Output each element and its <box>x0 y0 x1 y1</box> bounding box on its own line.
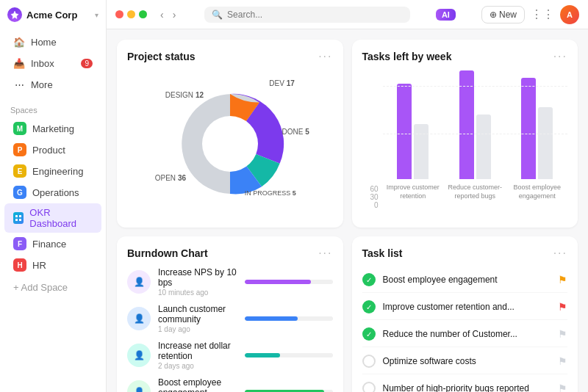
task-name-2: Improve customer retention and... <box>383 302 551 312</box>
grid-line-60 <box>383 86 568 87</box>
bar-gray-1 <box>414 124 429 179</box>
bar-group-3: Boost employeeengagement <box>510 78 565 200</box>
burndown-bar-2 <box>245 316 333 321</box>
task-item-2: ✓ Improve customer retention and... ⚑ <box>362 294 568 320</box>
burndown-item-2: 👤 Launch customer community 1 day ago <box>127 304 333 333</box>
burndown-item-4: 👤 Boost employee engagement 5 days ago <box>127 377 333 392</box>
search-input[interactable] <box>227 10 403 20</box>
space-finance-label: Finance <box>32 239 66 250</box>
task-name-3: Reduce the number of Customer... <box>383 329 551 339</box>
burndown-more[interactable]: ··· <box>318 247 332 260</box>
space-engineering-label: Engineering <box>32 166 83 177</box>
apps-icon[interactable]: ⋮⋮ <box>531 7 554 21</box>
nav-inbox[interactable]: 📥 Inbox 9 <box>4 53 101 73</box>
space-product[interactable]: P Product <box>4 139 101 160</box>
forward-arrow[interactable]: › <box>170 7 179 22</box>
back-arrow[interactable]: ‹ <box>157 7 167 22</box>
bar-groups: Improve customerretention Reduce custome… <box>383 70 568 200</box>
main-area: ‹ › 🔍 AI ⊕ New ⋮⋮ A Project status ··· <box>107 0 588 392</box>
bar-purple-1 <box>397 84 412 179</box>
bar-y-axis: 60 30 0 <box>362 185 383 227</box>
add-space-label: + Add Space <box>13 282 68 293</box>
nav-home-label: Home <box>31 37 57 48</box>
burndown-time-2: 1 day ago <box>158 325 237 333</box>
dev-label: DEV 17 <box>269 79 294 87</box>
project-status-more[interactable]: ··· <box>318 50 332 63</box>
bar-chart: 60 30 0 Impr <box>362 70 568 217</box>
space-okr-label: OKR Dashboard <box>29 207 93 229</box>
in-progress-label: IN PROGRESS 5 <box>245 189 296 197</box>
task-list-more[interactable]: ··· <box>553 247 567 260</box>
bars-3 <box>510 78 565 179</box>
inbox-icon: 📥 <box>13 57 25 69</box>
space-product-label: Product <box>32 145 65 156</box>
burndown-fill-1 <box>245 280 311 284</box>
space-engineering[interactable]: E Engineering <box>4 161 101 181</box>
svg-rect-1 <box>19 215 21 217</box>
new-button[interactable]: ⊕ New <box>481 6 525 23</box>
bar-label-1: Improve customerretention <box>387 184 440 200</box>
burndown-header: Burndown Chart ··· <box>127 247 333 260</box>
bar-group-2: Reduce customer-reported bugs <box>448 70 503 200</box>
nav-more[interactable]: ⋯ More <box>4 74 101 95</box>
brand-logo <box>7 7 22 22</box>
nav-home[interactable]: 🏠 Home <box>4 32 101 52</box>
burndown-fill-3 <box>245 353 280 357</box>
task-check-4[interactable] <box>362 355 376 368</box>
space-marketing[interactable]: M Marketing <box>4 118 101 139</box>
close-button[interactable] <box>115 10 123 18</box>
bar-label-3: Boost employeeengagement <box>513 184 561 200</box>
task-check-5[interactable] <box>362 382 376 392</box>
ai-badge[interactable]: AI <box>436 9 456 21</box>
space-operations[interactable]: G Operations <box>4 182 101 203</box>
tasks-week-card: Tasks left by week ··· 60 30 0 <box>352 40 578 228</box>
task-list: ✓ Boost employee engagement ⚑ ✓ Improve … <box>362 267 568 392</box>
burndown-name-2: Launch customer community <box>158 304 237 324</box>
space-product-icon: P <box>13 143 26 156</box>
design-label: DESIGN 12 <box>165 91 204 99</box>
main-nav: 🏠 Home 📥 Inbox 9 ⋯ More <box>0 26 106 100</box>
nav-arrows: ‹ › <box>157 7 179 22</box>
burndown-title: Burndown Chart <box>127 247 208 259</box>
inbox-badge: 9 <box>81 59 93 68</box>
sidebar: Acme Corp ▾ 🏠 Home 📥 Inbox 9 ⋯ More Spac… <box>0 0 107 392</box>
task-list-header: Task list ··· <box>362 247 568 260</box>
task-flag-2: ⚑ <box>558 301 567 313</box>
y-label-30: 30 <box>370 193 378 201</box>
burndown-name-3: Increase net dollar retention <box>158 341 237 361</box>
search-bar[interactable]: 🔍 <box>204 7 410 23</box>
bar-gray-2 <box>476 115 491 179</box>
avatar[interactable]: A <box>560 5 579 24</box>
space-hr-icon: H <box>13 258 26 272</box>
task-check-2[interactable]: ✓ <box>362 300 376 313</box>
tasks-week-more[interactable]: ··· <box>553 50 567 63</box>
tasks-week-title: Tasks left by week <box>362 51 452 62</box>
okr-dashboard-icon <box>13 212 24 224</box>
burndown-info-4: Boost employee engagement 5 days ago <box>158 377 237 392</box>
task-name-1: Boost employee engagement <box>383 275 551 285</box>
open-label: OPEN 36 <box>155 174 186 182</box>
space-hr-label: HR <box>32 260 46 271</box>
task-list-title: Task list <box>362 247 403 259</box>
burndown-name-4: Boost employee engagement <box>158 377 237 392</box>
project-status-header: Project status ··· <box>127 50 333 63</box>
pie-chart: DEV 17 DONE 5 IN PROGRESS 5 OPEN 36 DESI… <box>127 70 333 217</box>
burndown-item-3: 👤 Increase net dollar retention 2 days a… <box>127 341 333 370</box>
y-label-60: 60 <box>370 185 378 193</box>
bar-groups-wrapper: Improve customerretention Reduce custome… <box>383 70 568 227</box>
burndown-bar-1 <box>245 280 333 284</box>
space-hr[interactable]: H HR <box>4 255 101 275</box>
space-finance[interactable]: F Finance <box>4 233 101 254</box>
task-list-card: Task list ··· ✓ Boost employee engagemen… <box>352 236 578 392</box>
task-check-1[interactable]: ✓ <box>362 273 376 286</box>
task-check-3[interactable]: ✓ <box>362 327 376 341</box>
grid-line-30 <box>383 134 568 134</box>
project-status-card: Project status ··· <box>117 40 343 228</box>
burndown-info-2: Launch customer community 1 day ago <box>158 304 237 333</box>
brand-header[interactable]: Acme Corp ▾ <box>0 0 106 26</box>
add-space-button[interactable]: + Add Space <box>4 277 101 297</box>
maximize-button[interactable] <box>139 10 147 18</box>
task-name-5: Number of high-priority bugs reported <box>383 383 551 392</box>
space-okr-dashboard[interactable]: OKR Dashboard <box>4 203 101 233</box>
minimize-button[interactable] <box>127 10 135 18</box>
